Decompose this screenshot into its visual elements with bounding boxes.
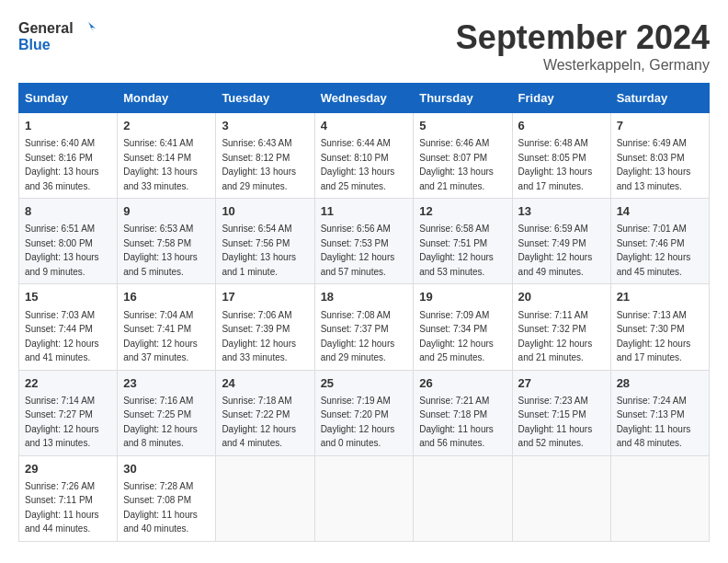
cell-2-2: 17Sunrise: 7:06 AMSunset: 7:39 PMDayligh…: [216, 284, 314, 370]
cell-4-2: [216, 455, 314, 541]
cell-0-4: 5Sunrise: 6:46 AMSunset: 8:07 PMDaylight…: [414, 113, 512, 199]
day-number: 22: [25, 375, 111, 392]
cell-0-3: 4Sunrise: 6:44 AMSunset: 8:10 PMDaylight…: [314, 113, 414, 199]
day-info: Sunrise: 6:44 AMSunset: 8:10 PMDaylight:…: [321, 138, 395, 191]
col-wednesday: Wednesday: [314, 84, 414, 113]
day-info: Sunrise: 7:01 AMSunset: 7:46 PMDaylight:…: [617, 224, 691, 277]
day-info: Sunrise: 6:59 AMSunset: 7:49 PMDaylight:…: [518, 224, 593, 277]
day-info: Sunrise: 7:14 AMSunset: 7:27 PMDaylight:…: [25, 396, 99, 449]
day-info: Sunrise: 7:26 AMSunset: 7:11 PMDaylight:…: [25, 481, 99, 534]
day-number: 7: [617, 118, 703, 134]
day-info: Sunrise: 7:13 AMSunset: 7:30 PMDaylight:…: [617, 310, 691, 363]
cell-2-1: 16Sunrise: 7:04 AMSunset: 7:41 PMDayligh…: [118, 284, 216, 370]
day-info: Sunrise: 7:24 AMSunset: 7:13 PMDaylight:…: [617, 396, 691, 449]
day-number: 21: [617, 289, 703, 305]
day-number: 14: [617, 203, 703, 220]
cell-4-4: [414, 455, 512, 541]
logo: General Blue: [18, 18, 96, 53]
day-number: 20: [518, 289, 605, 305]
cell-4-3: [314, 455, 414, 541]
cell-4-6: [610, 455, 709, 541]
day-info: Sunrise: 7:03 AMSunset: 7:44 PMDaylight:…: [25, 310, 99, 363]
week-row-2: 8Sunrise: 6:51 AMSunset: 8:00 PMDaylight…: [19, 199, 710, 284]
cell-0-6: 7Sunrise: 6:49 AMSunset: 8:03 PMDaylight…: [610, 113, 709, 199]
cell-4-0: 29Sunrise: 7:26 AMSunset: 7:11 PMDayligh…: [19, 455, 118, 541]
day-info: Sunrise: 6:43 AMSunset: 8:12 PMDaylight:…: [222, 138, 296, 191]
day-number: 23: [123, 375, 210, 392]
day-info: Sunrise: 6:56 AMSunset: 7:53 PMDaylight:…: [321, 224, 395, 277]
calendar-subtitle: Westerkappeln, Germany: [456, 57, 710, 74]
cell-3-3: 25Sunrise: 7:19 AMSunset: 7:20 PMDayligh…: [314, 370, 414, 455]
day-number: 18: [321, 289, 408, 305]
day-number: 29: [25, 461, 111, 477]
cell-1-3: 11Sunrise: 6:56 AMSunset: 7:53 PMDayligh…: [314, 199, 414, 284]
col-tuesday: Tuesday: [216, 84, 314, 113]
cell-1-6: 14Sunrise: 7:01 AMSunset: 7:46 PMDayligh…: [610, 199, 709, 284]
day-info: Sunrise: 7:09 AMSunset: 7:34 PMDaylight:…: [419, 310, 494, 363]
cell-2-6: 21Sunrise: 7:13 AMSunset: 7:30 PMDayligh…: [610, 284, 709, 370]
day-number: 16: [123, 289, 210, 305]
day-number: 9: [123, 203, 210, 220]
col-sunday: Sunday: [19, 84, 118, 113]
day-info: Sunrise: 7:28 AMSunset: 7:08 PMDaylight:…: [123, 481, 198, 534]
cell-3-0: 22Sunrise: 7:14 AMSunset: 7:27 PMDayligh…: [19, 370, 118, 455]
page-header: General Blue September 2024 Westerkappel…: [18, 18, 710, 74]
cell-0-1: 2Sunrise: 6:41 AMSunset: 8:14 PMDaylight…: [118, 113, 216, 199]
cell-2-4: 19Sunrise: 7:09 AMSunset: 7:34 PMDayligh…: [414, 284, 512, 370]
cell-2-3: 18Sunrise: 7:08 AMSunset: 7:37 PMDayligh…: [314, 284, 414, 370]
day-info: Sunrise: 6:53 AMSunset: 7:58 PMDaylight:…: [123, 224, 198, 277]
col-saturday: Saturday: [610, 84, 709, 113]
day-info: Sunrise: 7:18 AMSunset: 7:22 PMDaylight:…: [222, 396, 296, 449]
day-info: Sunrise: 6:54 AMSunset: 7:56 PMDaylight:…: [222, 224, 296, 277]
day-info: Sunrise: 7:08 AMSunset: 7:37 PMDaylight:…: [321, 310, 395, 363]
col-monday: Monday: [118, 84, 216, 113]
day-number: 17: [222, 289, 308, 305]
day-number: 19: [419, 289, 506, 305]
cell-2-0: 15Sunrise: 7:03 AMSunset: 7:44 PMDayligh…: [19, 284, 118, 370]
cell-0-2: 3Sunrise: 6:43 AMSunset: 8:12 PMDaylight…: [216, 113, 314, 199]
week-row-5: 29Sunrise: 7:26 AMSunset: 7:11 PMDayligh…: [19, 455, 710, 541]
cell-4-1: 30Sunrise: 7:28 AMSunset: 7:08 PMDayligh…: [118, 455, 216, 541]
day-info: Sunrise: 6:40 AMSunset: 8:16 PMDaylight:…: [25, 138, 99, 191]
cell-3-2: 24Sunrise: 7:18 AMSunset: 7:22 PMDayligh…: [216, 370, 314, 455]
week-row-1: 1Sunrise: 6:40 AMSunset: 8:16 PMDaylight…: [19, 113, 710, 199]
cell-2-5: 20Sunrise: 7:11 AMSunset: 7:32 PMDayligh…: [512, 284, 610, 370]
day-info: Sunrise: 7:19 AMSunset: 7:20 PMDaylight:…: [321, 396, 395, 449]
cell-1-2: 10Sunrise: 6:54 AMSunset: 7:56 PMDayligh…: [216, 199, 314, 284]
day-number: 4: [321, 118, 408, 134]
logo-bird-icon: [75, 18, 96, 39]
cell-3-1: 23Sunrise: 7:16 AMSunset: 7:25 PMDayligh…: [118, 370, 216, 455]
day-number: 30: [123, 461, 210, 477]
day-info: Sunrise: 7:04 AMSunset: 7:41 PMDaylight:…: [123, 310, 198, 363]
day-number: 24: [222, 375, 308, 392]
day-info: Sunrise: 7:11 AMSunset: 7:32 PMDaylight:…: [518, 310, 593, 363]
cell-3-5: 27Sunrise: 7:23 AMSunset: 7:15 PMDayligh…: [512, 370, 610, 455]
cell-1-1: 9Sunrise: 6:53 AMSunset: 7:58 PMDaylight…: [118, 199, 216, 284]
cell-4-5: [512, 455, 610, 541]
logo-blue: Blue: [18, 37, 96, 53]
title-section: September 2024 Westerkappeln, Germany: [456, 18, 710, 74]
day-info: Sunrise: 7:23 AMSunset: 7:15 PMDaylight:…: [518, 396, 593, 449]
day-number: 25: [321, 375, 408, 392]
day-info: Sunrise: 6:49 AMSunset: 8:03 PMDaylight:…: [617, 138, 691, 191]
day-number: 6: [518, 118, 605, 134]
day-number: 5: [419, 118, 506, 134]
day-number: 10: [222, 203, 308, 220]
day-info: Sunrise: 6:46 AMSunset: 8:07 PMDaylight:…: [419, 138, 494, 191]
day-number: 27: [518, 375, 605, 392]
day-info: Sunrise: 7:21 AMSunset: 7:18 PMDaylight:…: [419, 396, 494, 449]
day-info: Sunrise: 6:51 AMSunset: 8:00 PMDaylight:…: [25, 224, 99, 277]
day-number: 8: [25, 203, 111, 220]
day-info: Sunrise: 6:48 AMSunset: 8:05 PMDaylight:…: [518, 138, 593, 191]
cell-3-6: 28Sunrise: 7:24 AMSunset: 7:13 PMDayligh…: [610, 370, 709, 455]
day-number: 3: [222, 118, 308, 134]
logo-general: General: [18, 20, 74, 37]
day-number: 11: [321, 203, 408, 220]
col-thursday: Thursday: [414, 84, 512, 113]
day-info: Sunrise: 7:06 AMSunset: 7:39 PMDaylight:…: [222, 310, 296, 363]
cell-1-5: 13Sunrise: 6:59 AMSunset: 7:49 PMDayligh…: [512, 199, 610, 284]
day-number: 28: [617, 375, 703, 392]
day-number: 26: [419, 375, 506, 392]
cell-1-4: 12Sunrise: 6:58 AMSunset: 7:51 PMDayligh…: [414, 199, 512, 284]
week-row-3: 15Sunrise: 7:03 AMSunset: 7:44 PMDayligh…: [19, 284, 710, 370]
